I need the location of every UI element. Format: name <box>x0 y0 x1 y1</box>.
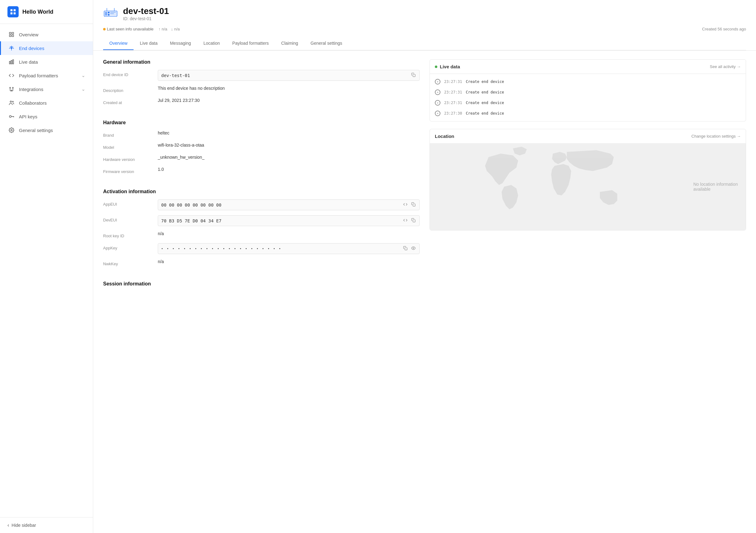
device-info: dev-test-01 ID: dev-test-01 <box>123 6 169 21</box>
location-title: Location <box>435 134 454 139</box>
sidebar-item-integrations[interactable]: Integrations ⌄ <box>0 82 93 96</box>
location-section: Location Change location settings → <box>430 129 746 230</box>
sidebar-item-api-keys[interactable]: API keys <box>0 110 93 123</box>
svg-point-18 <box>11 129 13 131</box>
field-app-eui: AppEUI 00 00 00 00 00 00 00 00 <box>103 200 419 210</box>
sidebar-item-live-data[interactable]: Live data <box>0 55 93 69</box>
device-name: dev-test-01 <box>123 6 169 16</box>
hw-version-label: Hardware version <box>103 155 153 162</box>
app-key-input[interactable]: • • • • • • • • • • • • • • • • • • • • … <box>158 243 419 254</box>
created-timestamp: Created 56 seconds ago <box>702 27 746 31</box>
svg-rect-29 <box>413 204 415 206</box>
app-eui-input[interactable]: 00 00 00 00 00 00 00 00 <box>158 200 419 210</box>
live-data-row: + 23:27:31 Create end device <box>430 76 746 87</box>
svg-rect-22 <box>108 12 110 13</box>
description-label: Description <box>103 86 153 93</box>
svg-rect-7 <box>12 35 14 37</box>
code-toggle-icon[interactable] <box>403 201 408 208</box>
svg-point-32 <box>413 248 414 249</box>
svg-point-17 <box>9 116 11 118</box>
field-root-key-id: Root key ID n/a <box>103 231 419 238</box>
live-time-1: 23:27:31 <box>444 80 462 84</box>
copy-icon-deveui[interactable] <box>411 217 416 224</box>
field-description: Description This end device has no descr… <box>103 86 419 93</box>
sidebar-item-general-settings[interactable]: General settings <box>0 123 93 137</box>
svg-rect-0 <box>11 9 13 11</box>
code-icon <box>8 72 14 79</box>
plus-icon-2: + <box>435 90 441 95</box>
live-time-3: 23:27:31 <box>444 101 462 105</box>
plus-icon-1: + <box>435 79 441 85</box>
tab-live-data[interactable]: Live data <box>134 37 164 50</box>
see-all-activity-link[interactable]: See all activity → <box>710 64 741 69</box>
updown-indicators: ↑ n/a ↓ n/a <box>158 27 179 31</box>
session-title: Session information <box>103 281 419 287</box>
logo-icon <box>8 6 19 17</box>
status-text: Last seen info unavailable <box>107 27 153 31</box>
app-eui-label: AppEUI <box>103 200 153 206</box>
app-logo[interactable]: Hello World <box>0 0 93 24</box>
key-icon <box>8 113 14 120</box>
device-icon <box>103 6 118 21</box>
device-header: dev-test-01 ID: dev-test-01 Last seen in… <box>93 0 756 51</box>
sidebar-item-overview[interactable]: Overview <box>0 28 93 41</box>
copy-icon-appkey[interactable] <box>403 245 408 252</box>
live-data-title: Live data <box>435 64 460 69</box>
field-created-at: Created at Jul 29, 2021 23:27:30 <box>103 98 419 105</box>
svg-rect-9 <box>9 62 10 64</box>
tab-payload-formatters[interactable]: Payload formatters <box>226 37 275 50</box>
svg-rect-24 <box>110 12 116 13</box>
dev-eui-label: DevEUI <box>103 215 153 223</box>
tab-messaging[interactable]: Messaging <box>164 37 197 50</box>
no-location-text: No location information available <box>693 182 746 192</box>
live-action-4: Create end device <box>466 111 504 116</box>
tab-claiming[interactable]: Claiming <box>275 37 304 50</box>
live-data-row: + 23:27:30 Create end device <box>430 108 746 119</box>
hardware-title: Hardware <box>103 120 419 125</box>
activation-section: Activation information AppEUI 00 00 00 0… <box>103 189 419 271</box>
svg-rect-4 <box>9 32 11 34</box>
live-indicator-dot <box>435 66 437 68</box>
sidebar-label-payload-formatters: Payload formatters <box>19 73 58 78</box>
chevron-left-icon: ‹ <box>8 522 9 528</box>
brand-label: Brand <box>103 130 153 138</box>
live-action-1: Create end device <box>466 80 504 84</box>
eye-icon[interactable] <box>411 245 416 252</box>
svg-rect-2 <box>11 13 13 14</box>
hardware-section: Hardware Brand heltec Model wifi-lora-32… <box>103 120 419 179</box>
sidebar-item-collaborators[interactable]: Collaborators <box>0 96 93 110</box>
hide-sidebar-button[interactable]: ‹ Hide sidebar <box>0 517 93 533</box>
svg-rect-23 <box>108 14 110 15</box>
sidebar-item-end-devices[interactable]: End devices <box>0 41 93 55</box>
description-value: This end device has no description <box>158 86 419 91</box>
dev-eui-value: 70 B3 D5 7E D0 04 34 E7 <box>161 218 400 223</box>
tab-general-settings[interactable]: General settings <box>304 37 348 50</box>
plus-icon-3: + <box>435 100 441 106</box>
svg-rect-5 <box>12 32 14 34</box>
location-header: Location Change location settings → <box>430 129 746 143</box>
copy-icon[interactable] <box>411 72 416 79</box>
field-hw-version: Hardware version _unknown_hw_version_ <box>103 155 419 162</box>
code-toggle-icon-deveui[interactable] <box>403 217 408 224</box>
svg-point-15 <box>10 101 12 102</box>
sidebar-item-payload-formatters[interactable]: Payload formatters ⌄ <box>0 69 93 82</box>
svg-rect-28 <box>413 74 415 77</box>
tab-location[interactable]: Location <box>197 37 226 50</box>
nwk-key-value: n/a <box>158 259 419 264</box>
end-device-id-input[interactable]: dev-test-01 <box>158 70 419 81</box>
field-app-key: AppKey • • • • • • • • • • • • • • • • •… <box>103 243 419 254</box>
model-value: wifi-lora-32-class-a-otaa <box>158 143 419 147</box>
svg-point-16 <box>13 101 14 102</box>
change-location-link[interactable]: Change location settings → <box>691 134 741 139</box>
dev-eui-input[interactable]: 70 B3 D5 7E D0 04 34 E7 <box>158 215 419 226</box>
sidebar-label-overview: Overview <box>19 32 39 37</box>
chevron-down-icon: ⌄ <box>81 73 85 78</box>
left-panel: General information End device ID dev-te… <box>103 59 419 524</box>
sidebar: Hello World Overview End devices Live da… <box>0 0 93 533</box>
tab-overview[interactable]: Overview <box>103 37 134 50</box>
svg-rect-11 <box>13 60 14 64</box>
field-brand: Brand heltec <box>103 130 419 138</box>
svg-rect-6 <box>9 35 11 37</box>
field-dev-eui: DevEUI 70 B3 D5 7E D0 04 34 E7 <box>103 215 419 226</box>
copy-icon-appeui[interactable] <box>411 201 416 208</box>
